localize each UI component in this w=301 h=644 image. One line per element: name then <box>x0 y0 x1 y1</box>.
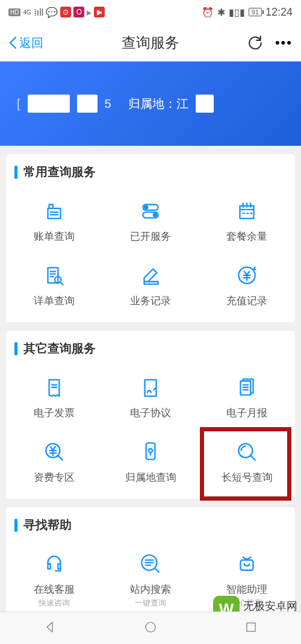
svg-point-3 <box>154 213 157 216</box>
status-right: ⏰ ✱ ▮▯▮ 91 12:24 <box>202 6 293 19</box>
nav-recent-icon[interactable] <box>244 621 258 636</box>
item-number-query[interactable]: 长短号查询 <box>199 431 295 495</box>
masked-field-3 <box>196 95 214 113</box>
toggle-icon <box>138 198 163 224</box>
section-common: 常用查询服务 账单查询 已开服务 套餐余量 详单查询 业务记录 充值记录 <box>6 154 295 322</box>
location-icon <box>138 439 163 464</box>
item-e-report[interactable]: 电子月报 <box>199 366 295 431</box>
item-e-invoice[interactable]: 电子发票 <box>6 366 102 431</box>
robot-icon <box>234 551 259 577</box>
app-icon-5: ▶ <box>94 7 105 17</box>
nav-bar <box>0 611 301 644</box>
back-label: 返回 <box>19 35 43 51</box>
report-icon <box>234 375 259 400</box>
app-icon-1: 💬 <box>46 7 58 18</box>
list-search-icon-2 <box>138 551 163 577</box>
alarm-icon: ⏰ <box>202 7 214 18</box>
signal-icon: ⁞ıll <box>34 7 44 18</box>
sign-doc-icon <box>138 375 163 400</box>
app-icon-4: ▸ <box>87 7 92 18</box>
item-tariff-zone[interactable]: 资费专区 <box>6 431 102 495</box>
section-other: 其它查询服务 电子发票 电子协议 电子月报 资费专区 归属地查询 长短号查询 <box>6 331 295 499</box>
yen-search-icon <box>42 439 67 464</box>
masked-field-2 <box>77 95 98 113</box>
app-header: 返回 查询服务 ••• <box>0 24 301 61</box>
back-button[interactable]: 返回 <box>8 35 43 51</box>
item-business-log[interactable]: 业务记录 <box>102 254 199 319</box>
edit-doc-icon <box>138 263 163 288</box>
refresh-icon[interactable] <box>247 34 263 52</box>
section-title-other: 其它查询服务 <box>6 331 295 366</box>
signal-label: 4G <box>23 9 31 16</box>
svg-rect-7 <box>146 443 155 459</box>
item-services[interactable]: 已开服务 <box>102 190 199 254</box>
item-e-agreement[interactable]: 电子协议 <box>102 366 199 431</box>
section-title-common: 常用查询服务 <box>6 154 295 190</box>
search-icon <box>234 439 259 464</box>
invoice-icon <box>42 375 67 400</box>
receipt-icon <box>42 198 67 224</box>
status-time: 12:24 <box>265 6 293 19</box>
masked-field-1 <box>28 95 70 113</box>
vibrate-icon: ▮▯▮ <box>229 7 245 18</box>
status-left: HD 4G ⁞ıll 💬 ⊙ O ▸ ▶ <box>8 7 105 18</box>
item-plan-balance[interactable]: 套餐余量 <box>199 190 295 254</box>
battery-icon: 91 <box>249 8 262 16</box>
item-recharge-log[interactable]: 充值记录 <box>199 254 295 319</box>
status-bar: HD 4G ⁞ıll 💬 ⊙ O ▸ ▶ ⏰ ✱ ▮▯▮ 91 12:24 <box>0 0 301 24</box>
hd-badge: HD <box>8 8 20 16</box>
svg-rect-13 <box>247 623 255 631</box>
item-online-service[interactable]: 在线客服 快速咨询 <box>6 543 102 619</box>
item-detail-query[interactable]: 详单查询 <box>6 254 102 319</box>
page-title: 查询服务 <box>122 33 179 52</box>
headset-icon <box>42 551 67 577</box>
item-location-query[interactable]: 归属地查询 <box>102 431 199 495</box>
watermark-name: 无极安卓网 <box>243 600 297 612</box>
calendar-icon <box>234 198 259 224</box>
svg-point-12 <box>146 622 155 632</box>
svg-point-1 <box>144 206 147 209</box>
bluetooth-icon: ✱ <box>217 7 225 18</box>
item-site-search[interactable]: 站内搜索 一键查询 <box>102 543 199 619</box>
app-icon-3: O <box>73 7 84 17</box>
section-title-help: 寻找帮助 <box>6 507 295 543</box>
nav-home-icon[interactable] <box>144 621 157 636</box>
location-label: 归属地：江 <box>128 96 188 112</box>
list-search-icon <box>42 263 67 288</box>
more-icon[interactable]: ••• <box>275 35 293 51</box>
yen-refresh-icon <box>234 263 259 288</box>
item-bill-query[interactable]: 账单查询 <box>6 190 102 254</box>
app-icon-2: ⊙ <box>60 7 71 17</box>
nav-back-icon[interactable] <box>43 621 57 636</box>
account-banner: [ 5 归属地：江 <box>0 61 301 146</box>
